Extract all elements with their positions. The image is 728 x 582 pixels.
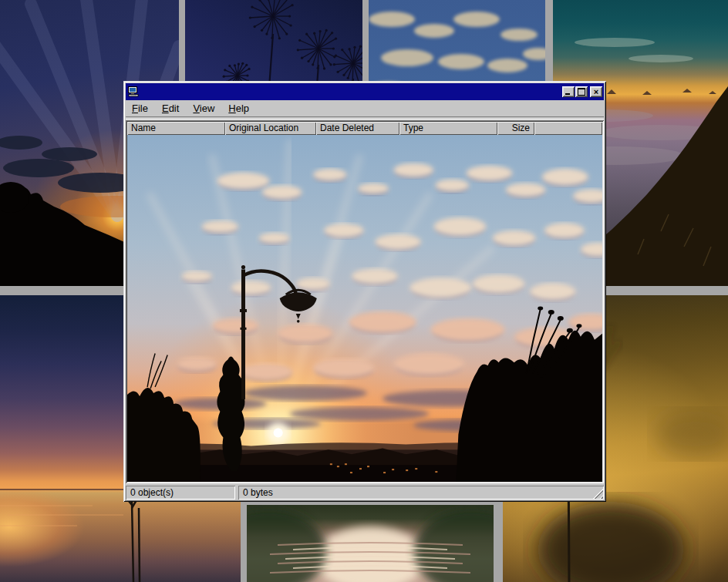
menu-edit[interactable]: Edit bbox=[157, 101, 184, 116]
status-objects: 0 object(s) bbox=[126, 486, 235, 500]
column-header-date-deleted[interactable]: Date Deleted bbox=[316, 122, 399, 135]
computer-monitor-icon bbox=[127, 86, 140, 98]
status-bar: 0 object(s) 0 bytes bbox=[126, 486, 604, 500]
column-header-blank[interactable] bbox=[534, 122, 602, 135]
menu-help[interactable]: Help bbox=[223, 101, 254, 116]
minimize-button[interactable] bbox=[562, 86, 575, 97]
list-viewport[interactable] bbox=[127, 135, 602, 482]
status-bytes: 0 bytes bbox=[238, 486, 604, 500]
menu-view[interactable]: View bbox=[187, 101, 220, 116]
column-header-type[interactable]: Type bbox=[399, 122, 497, 135]
menu-file[interactable]: File bbox=[126, 101, 153, 116]
column-header-original-location[interactable]: Original Location bbox=[225, 122, 316, 135]
desktop: × FileEditViewHelp NameOriginal Location… bbox=[0, 0, 728, 582]
reflection-art bbox=[247, 505, 494, 582]
column-header-row: NameOriginal LocationDate DeletedTypeSiz… bbox=[127, 122, 602, 135]
menu-bar: FileEditViewHelp bbox=[126, 100, 604, 116]
window-controls: × bbox=[561, 86, 602, 97]
close-button[interactable]: × bbox=[590, 86, 602, 97]
title-bar[interactable]: × bbox=[126, 83, 604, 100]
folder-view: NameOriginal LocationDate DeletedTypeSiz… bbox=[126, 120, 604, 483]
column-header-name[interactable]: Name bbox=[127, 122, 225, 135]
pole-silhouettes bbox=[126, 497, 140, 582]
maximize-button[interactable] bbox=[575, 86, 588, 97]
menu-separator bbox=[126, 116, 604, 119]
column-header-size[interactable]: Size bbox=[497, 122, 534, 135]
wallpaper-photo-water-reflection bbox=[247, 505, 494, 582]
sunset-lamp-photo bbox=[127, 135, 602, 482]
recycle-bin-window: × FileEditViewHelp NameOriginal Location… bbox=[123, 81, 606, 502]
